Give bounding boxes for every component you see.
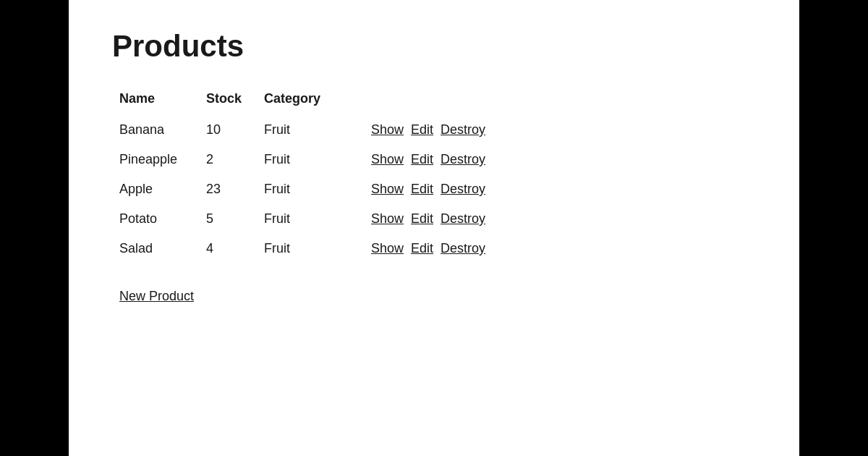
- destroy-link[interactable]: Destroy: [441, 152, 485, 166]
- product-category: Fruit: [264, 174, 342, 204]
- table-row: Salad4FruitShowEditDestroy: [119, 234, 514, 263]
- product-actions: ShowEditDestroy: [342, 115, 514, 145]
- page-title: Products: [112, 29, 756, 64]
- new-product-link[interactable]: New Product: [119, 289, 194, 304]
- product-actions: ShowEditDestroy: [342, 174, 514, 204]
- product-category: Fruit: [264, 115, 342, 145]
- product-stock: 23: [206, 174, 264, 204]
- product-stock: 4: [206, 234, 264, 263]
- column-header-category: Category: [264, 85, 342, 115]
- product-name: Banana: [119, 115, 206, 145]
- destroy-link[interactable]: Destroy: [441, 182, 485, 196]
- edit-link[interactable]: Edit: [411, 122, 433, 137]
- products-table: Name Stock Category Banana10FruitShowEdi…: [119, 85, 514, 263]
- edit-link[interactable]: Edit: [411, 241, 433, 256]
- destroy-link[interactable]: Destroy: [441, 122, 485, 137]
- product-name: Pineapple: [119, 145, 206, 174]
- table-row: Potato5FruitShowEditDestroy: [119, 204, 514, 234]
- show-link[interactable]: Show: [371, 241, 404, 256]
- show-link[interactable]: Show: [371, 152, 404, 166]
- column-header-stock: Stock: [206, 85, 264, 115]
- show-link[interactable]: Show: [371, 122, 404, 137]
- table-row: Banana10FruitShowEditDestroy: [119, 115, 514, 145]
- product-name: Salad: [119, 234, 206, 263]
- product-actions: ShowEditDestroy: [342, 234, 514, 263]
- destroy-link[interactable]: Destroy: [441, 211, 485, 226]
- edit-link[interactable]: Edit: [411, 211, 433, 226]
- show-link[interactable]: Show: [371, 211, 404, 226]
- show-link[interactable]: Show: [371, 182, 404, 196]
- product-actions: ShowEditDestroy: [342, 145, 514, 174]
- product-category: Fruit: [264, 234, 342, 263]
- table-row: Pineapple2FruitShowEditDestroy: [119, 145, 514, 174]
- edit-link[interactable]: Edit: [411, 152, 433, 166]
- edit-link[interactable]: Edit: [411, 182, 433, 196]
- product-stock: 5: [206, 204, 264, 234]
- product-name: Potato: [119, 204, 206, 234]
- product-actions: ShowEditDestroy: [342, 204, 514, 234]
- table-header-row: Name Stock Category: [119, 85, 514, 115]
- column-header-actions: [342, 85, 514, 115]
- main-content: Products Name Stock Category Banana10Fru…: [69, 0, 799, 456]
- product-stock: 2: [206, 145, 264, 174]
- product-name: Apple: [119, 174, 206, 204]
- product-category: Fruit: [264, 145, 342, 174]
- product-stock: 10: [206, 115, 264, 145]
- column-header-name: Name: [119, 85, 206, 115]
- destroy-link[interactable]: Destroy: [441, 241, 485, 256]
- table-row: Apple23FruitShowEditDestroy: [119, 174, 514, 204]
- product-category: Fruit: [264, 204, 342, 234]
